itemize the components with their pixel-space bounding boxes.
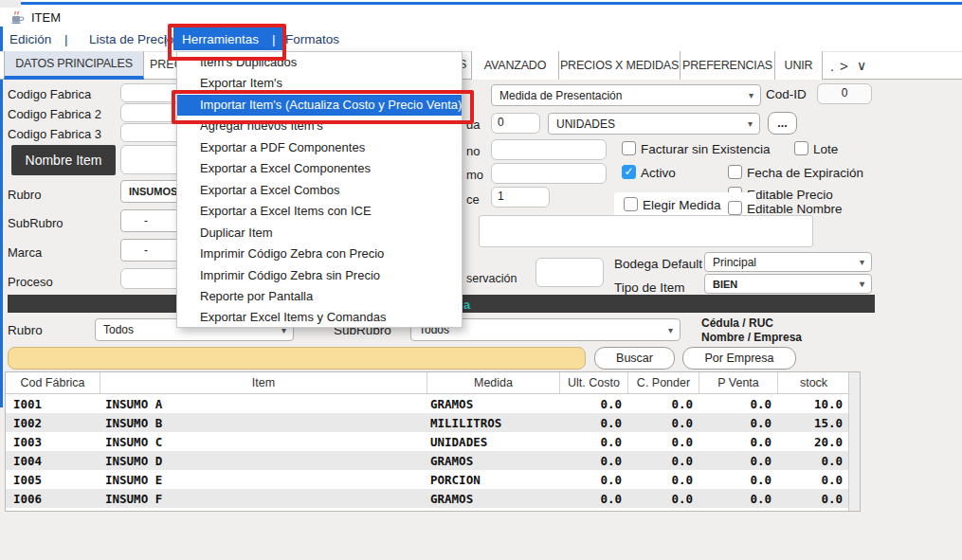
table-row[interactable]: I004INSUMO DGRAMOS0.00.00.00.0 [6,451,860,470]
menu-item-duplicar-item[interactable]: Duplicar Item [177,223,462,244]
tipo-de-item-select[interactable]: BIEN [704,274,872,294]
column-header-stock[interactable]: stock [778,372,849,393]
cell-medida: PORCION [427,473,560,487]
cell-stock: 0.0 [778,473,849,487]
cell-cod-fabrica: I005 [6,473,100,487]
cod-id-input[interactable]: 0 [817,83,872,104]
table-row[interactable]: I001INSUMO AGRAMOS0.00.00.010.0 [6,394,860,413]
menu-item-exportar-excel-componentes[interactable]: Exportar a Excel Componentes [177,158,462,179]
nombre-item-button[interactable]: Nombre Item [11,145,116,175]
nombre-empresa-label: Nombre / Empresa [701,331,802,344]
observacion-input[interactable] [535,258,604,287]
buscar-button[interactable]: Buscar [594,347,675,370]
unidades-select[interactable]: UNIDADES [548,113,760,135]
tab-dropdown-icon[interactable]: ∨ [857,58,866,73]
cell-c-ponder: 0.0 [628,473,699,487]
por-empresa-button[interactable]: Por Empresa [682,347,796,370]
column-header-cod-fabrica[interactable]: Cod Fábrica [6,372,100,393]
cell-p-venta: 0.0 [699,397,778,411]
menu-item-agregar-nuevos-items[interactable]: Agregar nuevos Item's [177,116,462,136]
stock-maximo-input[interactable] [491,163,607,184]
lote-checkbox[interactable] [794,141,808,155]
ice-input[interactable]: 1 [491,187,550,208]
marca-label: Marca [8,245,42,260]
more-options-button[interactable]: ... [768,112,797,135]
menu-item-exportar-pdf-componentes[interactable]: Exportar a PDF Componentes [177,137,462,158]
cell-item: INSUMO C [100,435,427,449]
activo-checkbox[interactable] [622,165,636,179]
filter-rubro-value: Todos [103,323,134,336]
menubar-item-edicion[interactable]: Edición [9,32,51,46]
menu-item-exportar-excel-combos[interactable]: Exportar a Excel Combos [177,180,462,201]
menu-item-imprimir-zebra-con-precio[interactable]: Imprimir Código Zebra con Precio [177,244,462,264]
cell-medida: MILILITROS [427,416,560,430]
menu-item-exportar-excel-items-ice[interactable]: Exportar a Excel Items con ICE [177,201,462,222]
column-header-item[interactable]: Item [100,372,427,393]
column-header-medida[interactable]: Medida [427,372,560,393]
menu-item-exportar-excel-items-comandas[interactable]: Exportar Excel Items y Comandas [177,307,462,328]
cell-ult-costo: 0.0 [560,397,628,411]
menu-item-reporte-por-pantalla[interactable]: Reporte por Pantalla [177,286,462,307]
stock-minimo-input[interactable] [491,139,607,160]
column-header-ult-costo[interactable]: Ult. Costo [560,372,628,393]
cell-p-venta: 0.0 [699,473,778,487]
menubar-item-formatos[interactable]: Formatos [285,32,339,46]
tab-unir[interactable]: UNIR [775,51,823,80]
cod-id-label: Cod-ID [766,87,807,101]
medida-qty-input[interactable]: 0 [491,113,540,134]
fecha-expiracion-checkbox[interactable] [728,165,742,179]
menu-item-importar-items[interactable]: Importar Item's (Actualiza Costo y Preci… [177,95,462,116]
bodega-default-select[interactable]: Principal [704,252,872,272]
cell-c-ponder: 0.0 [628,435,699,449]
menu-item-imprimir-zebra-sin-precio[interactable]: Imprimir Código Zebra sin Precio [177,265,462,286]
cell-item: INSUMO D [100,454,427,468]
cell-p-venta: 0.0 [699,416,778,430]
medida-presentacion-select[interactable]: Medida de Presentación [491,84,761,106]
menubar-item-herramientas-active[interactable]: Herramientas | [173,27,284,50]
facturar-sin-existencia-checkbox[interactable] [622,141,636,155]
dropdown-arrow-icon [860,257,864,267]
window-corner [0,0,21,8]
descripcion-textarea[interactable] [479,215,813,247]
tab-precios-x-medidas[interactable]: PRECIOS X MEDIDAS [559,51,681,80]
java-icon [9,9,25,25]
table-row[interactable]: I003INSUMO CUNIDADES0.00.00.020.0 [6,432,860,451]
editable-nombre-checkbox[interactable] [728,201,742,215]
window-title: ITEM [31,10,61,25]
lote-label: Lote [813,142,838,156]
cell-ult-costo: 0.0 [560,416,628,430]
cell-ult-costo: 0.0 [560,492,628,506]
cell-ult-costo: 0.0 [560,435,628,449]
bodega-default-label: Bodega Default [614,257,702,271]
menubar-separator: | [164,32,168,46]
cell-stock: 0.0 [778,492,849,506]
fecha-expiracion-label: Fecha de Expiración [747,166,863,180]
cell-stock: 15.0 [778,416,849,430]
elegir-medida-label: Elegir Medida [643,198,721,212]
column-header-p-venta[interactable]: P Venta [699,372,778,393]
cell-cod-fabrica: I006 [6,492,100,506]
table-row[interactable]: I002INSUMO BMILILITROS0.00.00.015.0 [6,413,860,432]
tab-datos-principales[interactable]: DATOS PRINCIPALES [4,51,144,80]
table-scrollbar[interactable] [848,372,860,511]
elegir-medida-checkbox[interactable] [624,197,638,211]
cell-item: INSUMO F [100,492,427,506]
app-window: ITEM Edición | Lista de Precios | Herram… [0,0,962,560]
tab-preferencias[interactable]: PREFERENCIAS [681,51,775,80]
cell-cod-fabrica: I004 [6,454,100,468]
tab-overflow-dot: . [830,59,834,74]
minimo-label-partial: no [466,144,480,158]
cell-ult-costo: 0.0 [560,454,628,468]
column-header-c-ponder[interactable]: C. Ponder [628,372,699,393]
medida-presentacion-value: Medida de Presentación [499,89,622,102]
menu-item-exportar-items[interactable]: Exportar Item's [177,73,462,94]
dropdown-arrow-icon [748,118,753,129]
search-input[interactable] [8,347,586,370]
cell-c-ponder: 0.0 [628,416,699,430]
table-row[interactable]: I006INSUMO FGRAMOS0.00.00.00.0 [6,489,860,508]
menu-item-items-duplicados[interactable]: Item's Duplicados [177,52,462,73]
cell-medida: GRAMOS [427,397,560,411]
table-row[interactable]: I005INSUMO EPORCION0.00.00.00.0 [6,470,860,489]
tab-avanzado[interactable]: AVANZADO [471,51,559,80]
tab-scroll-right-icon[interactable]: > [840,58,848,74]
